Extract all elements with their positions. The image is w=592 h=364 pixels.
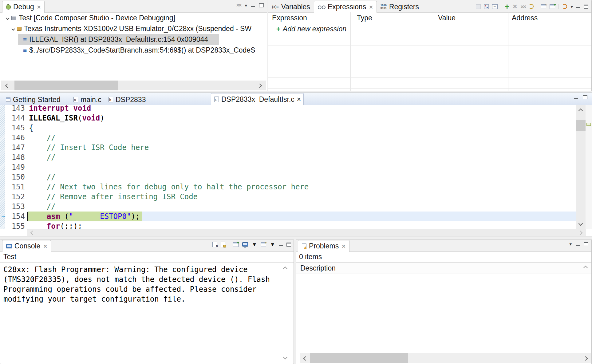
- scroll-right-icon[interactable]: [583, 356, 588, 361]
- close-icon[interactable]: ×: [342, 243, 345, 249]
- view-menu-icon[interactable]: ▾: [245, 3, 247, 8]
- code-text[interactable]: //: [29, 202, 56, 212]
- line-number[interactable]: 152: [0, 192, 25, 202]
- code-text[interactable]: //: [29, 133, 56, 143]
- debug-hscrollbar[interactable]: [1, 81, 266, 90]
- code-line[interactable]: 145{: [0, 123, 592, 133]
- maximize-icon[interactable]: [259, 3, 264, 7]
- maximize-icon[interactable]: [286, 243, 291, 247]
- view-menu-icon[interactable]: ▾: [570, 4, 573, 9]
- minimize-icon[interactable]: [576, 7, 580, 8]
- column-header-expression[interactable]: Expression: [272, 12, 307, 24]
- line-number[interactable]: 144: [0, 113, 25, 123]
- column-header-type[interactable]: Type: [357, 12, 372, 24]
- open-console-icon[interactable]: +: [261, 242, 266, 247]
- tree-layout-icon[interactable]: [484, 4, 489, 9]
- code-line[interactable]: 155 for(;;);: [0, 221, 592, 229]
- console-output[interactable]: C28xx: Flash Programmer: Warning: The co…: [3, 265, 270, 304]
- minimize-icon[interactable]: [251, 6, 255, 7]
- reevaluate-icon[interactable]: [529, 4, 534, 9]
- line-number[interactable]: 143: [0, 105, 25, 113]
- debug-tree-row-frame-selected[interactable]: ≡ ILLEGAL_ISR() at DSP2833x_DefaultIsr.c…: [0, 34, 267, 45]
- view-menu-icon[interactable]: ▾: [569, 242, 572, 246]
- show-type-names-icon[interactable]: [476, 4, 481, 9]
- code-line[interactable]: 147 // Insert ISR Code here: [0, 143, 592, 152]
- code-text[interactable]: for(;;);: [29, 221, 82, 229]
- expander-icon[interactable]: [6, 16, 9, 20]
- close-icon[interactable]: ×: [369, 4, 373, 10]
- close-icon[interactable]: ×: [37, 4, 41, 10]
- scroll-left-icon[interactable]: [5, 84, 10, 88]
- code-text[interactable]: //: [29, 152, 56, 162]
- remove-all-expressions-icon[interactable]: ××: [520, 4, 525, 10]
- clear-console-icon[interactable]: ×: [212, 242, 217, 247]
- tab-registers[interactable]: 1010 0101 Registers: [377, 1, 423, 12]
- tab-console[interactable]: Console ×: [2, 240, 51, 252]
- line-number[interactable]: 146: [0, 133, 25, 143]
- maximize-icon[interactable]: [584, 242, 588, 246]
- code-text[interactable]: ILLEGAL_ISR(void): [29, 113, 105, 123]
- console-dropdown-icon[interactable]: ▼: [252, 242, 257, 247]
- editor-hscrollbar[interactable]: [27, 229, 586, 236]
- code-text[interactable]: // Insert ISR Code here: [29, 143, 149, 152]
- debug-tree-row-core[interactable]: Texas Instruments XDS100v2 USB Emulator_…: [0, 23, 267, 34]
- minimize-icon[interactable]: [279, 245, 283, 246]
- expander-icon[interactable]: [11, 27, 15, 30]
- column-divider[interactable]: [350, 12, 351, 91]
- column-divider[interactable]: [429, 12, 429, 91]
- code-text[interactable]: {: [29, 123, 33, 133]
- tab-defaultisr-active[interactable]: c DSP2833x_DefaultIsr.c ×: [211, 93, 304, 105]
- tab-problems[interactable]: Problems ×: [298, 240, 349, 252]
- code-line[interactable]: 150 //: [0, 172, 592, 182]
- minimize-icon[interactable]: [574, 98, 578, 99]
- scroll-right-icon[interactable]: [258, 84, 262, 88]
- remove-expression-icon[interactable]: ×: [513, 3, 517, 10]
- scroll-up-icon[interactable]: [578, 109, 583, 113]
- column-header-value[interactable]: Value: [438, 12, 456, 24]
- edit-expression-icon[interactable]: [550, 4, 555, 9]
- line-number[interactable]: 147: [0, 143, 25, 152]
- code-line[interactable]: 149: [0, 162, 592, 172]
- code-text[interactable]: // Next two lines for debug only to halt…: [29, 182, 309, 192]
- maximize-icon[interactable]: [584, 5, 588, 9]
- editor-body[interactable]: 143interrupt void144ILLEGAL_ISR(void)145…: [0, 105, 592, 229]
- editor-vscrollbar[interactable]: [576, 105, 586, 229]
- debug-tree-row-session[interactable]: Test [Code Composer Studio - Device Debu…: [0, 13, 267, 23]
- line-number[interactable]: 153: [0, 202, 25, 212]
- code-line[interactable]: 151 // Next two lines for debug only to …: [0, 182, 592, 192]
- maximize-icon[interactable]: [583, 95, 587, 99]
- problems-hscrollbar[interactable]: [300, 353, 591, 363]
- add-new-expression-row[interactable]: + Add new expression: [268, 24, 350, 34]
- scrollbar-thumb[interactable]: [310, 353, 408, 363]
- code-line[interactable]: 152 // Remove after inserting ISR Code: [0, 192, 592, 202]
- scroll-up-icon[interactable]: [583, 266, 588, 270]
- open-console-dropdown-icon[interactable]: ▼: [270, 242, 275, 247]
- line-number[interactable]: 150: [0, 172, 25, 182]
- line-number[interactable]: 145: [0, 123, 25, 133]
- remove-all-terminated-icon[interactable]: ××: [236, 2, 241, 8]
- line-number[interactable]: 151: [0, 182, 25, 192]
- current-line-marker[interactable]: [586, 123, 591, 126]
- scroll-down-icon[interactable]: [578, 221, 583, 226]
- column-header-address[interactable]: Address: [512, 12, 538, 24]
- code-line[interactable]: 144ILLEGAL_ISR(void): [0, 113, 592, 123]
- scrollbar-thumb[interactable]: [14, 81, 118, 90]
- tab-variables[interactable]: (x)= Variables: [268, 1, 314, 12]
- scroll-down-icon[interactable]: [283, 355, 287, 359]
- scroll-right-icon[interactable]: [578, 231, 582, 235]
- code-line[interactable]: 154 asm (" ESTOP0");: [0, 212, 592, 221]
- code-text[interactable]: //: [29, 172, 56, 182]
- new-view-icon[interactable]: +: [541, 4, 546, 9]
- tab-getting-started[interactable]: Getting Started: [3, 94, 68, 105]
- line-number[interactable]: 149: [0, 162, 25, 172]
- code-text[interactable]: // Remove after inserting ISR Code: [29, 192, 198, 202]
- close-icon[interactable]: ×: [43, 243, 47, 249]
- close-icon[interactable]: ×: [297, 95, 301, 104]
- collapse-all-icon[interactable]: −: [492, 4, 498, 9]
- scroll-left-icon[interactable]: [30, 231, 35, 235]
- tab-debug[interactable]: Debug ×: [2, 1, 45, 13]
- debug-tree-row-frame[interactable]: ≡ $../src/DSP2833x_CodeStartBranch.asm:5…: [0, 45, 267, 56]
- code-text[interactable]: asm (" ESTOP0");: [29, 212, 140, 221]
- scrollbar-thumb[interactable]: [576, 120, 586, 131]
- code-line[interactable]: 143interrupt void: [0, 105, 592, 113]
